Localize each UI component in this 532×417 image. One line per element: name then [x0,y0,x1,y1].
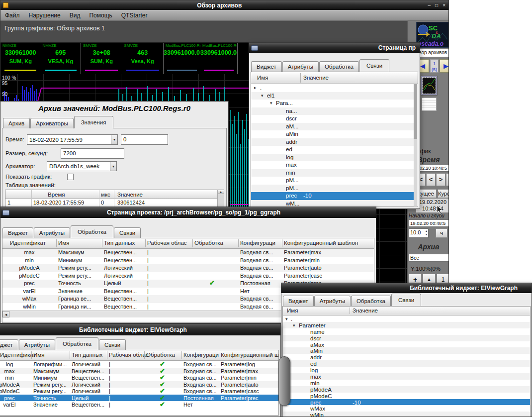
tree-row-aMin[interactable]: aMin [283,347,530,354]
tree-row-prec[interactable]: prec-10 [283,399,530,406]
scroll-up-icon[interactable]: ▲ [218,190,224,194]
group-select-combo[interactable]: зор архивов 1 [418,49,449,57]
tab-Атрибуты[interactable]: Атрибуты [282,61,319,72]
main-titlebar[interactable]: Обзор архивов –□× [0,0,448,10]
tab-Архив[interactable]: Архив [3,118,30,128]
legend-signal[interactable]: NMVZE695VESA, Kg [41,43,81,74]
tree-row-wMax[interactable]: wMax [283,405,530,412]
tree-row-ed[interactable]: ed [283,360,530,367]
lib-right-titlebar[interactable]: Библиотечный виджет: ElViewGraph [281,283,532,293]
tree-row-Parameter[interactable]: ▾Parameter [283,322,530,328]
tree-row-addr[interactable]: addr [283,354,530,360]
size-spinner[interactable]: 10.0 ▴▾ [409,228,429,238]
table-row-min[interactable]: minМинимумВеществен...|Входная св...Para… [0,374,278,381]
collapsed-arrow-icon[interactable]: ▸ [254,85,257,90]
table-row-max[interactable]: maxМаксимумВеществен...|Входная св...Par… [2,249,374,257]
cursor-button[interactable]: Курс [438,189,449,198]
next-page-button[interactable]: ▶ [440,59,449,73]
tab-Связи[interactable]: Связи [391,294,421,306]
tab-Виджет[interactable]: Виджет [251,61,282,72]
tab-Виджет[interactable]: Виджет [283,296,314,306]
scrollbar-thumb[interactable] [278,356,290,406]
table-row-pModeC[interactable]: pModeCРежим регу...Логический|Входная св… [0,388,278,395]
menu-item-Файл[interactable]: Файл [0,10,24,19]
range-field[interactable]: 19.02.20 00:48:5 [409,219,449,227]
tree-row-max[interactable]: max [283,373,530,380]
nav-forward-button[interactable]: > [436,173,445,186]
archive-combo[interactable]: Все [409,254,449,262]
time-combo[interactable]: 18-02-2020 17:55:59 ▾ [27,134,118,145]
tab-Виджет[interactable]: Виджет [2,227,33,238]
tab-Архиваторы[interactable]: Архиваторы [30,118,73,128]
menu-item-Нарушение[interactable]: Нарушение [24,10,65,19]
tree-row-pModeC[interactable]: pModeC [283,393,530,399]
table-row-min[interactable]: minМинимумВеществен...|Входная св...Para… [2,257,374,265]
tab-Обработка[interactable]: Обработка [56,337,98,350]
tree-row-na[interactable]: na... [251,107,414,115]
minimize-button[interactable]: – [428,2,431,8]
tree-row-addr[interactable]: addr [251,138,414,146]
tree-row-dscr[interactable]: dscr [251,115,414,123]
vertical-scrollbar[interactable]: ▲ [217,190,224,208]
legend-signal[interactable]: ModBus.PLC100.Regs.330961000.00 [164,43,200,74]
tree-row-wMin[interactable]: wMin [283,412,530,417]
archivator-combo[interactable]: DBArch.db1s_week ▾ [47,161,117,171]
scroll-left-icon[interactable]: ◂ [2,311,9,317]
table-row[interactable]: 1 18-02-2020 17:55:59 0 330612424 [5,199,217,207]
tab-Атрибуты[interactable]: Атрибуты [34,227,70,238]
legend-signal[interactable]: NMVZE330961000SUM, Kg [0,43,41,74]
tab-Обработка[interactable]: Обработка [71,225,113,238]
tree-row-pM[interactable]: pM... [251,185,414,193]
graph-thumbnail[interactable] [421,76,438,96]
legend-signal[interactable]: ModBus.PLC100.Regs. M330961000.00 [200,43,237,74]
page-pr-titlebar[interactable]: Страница пр [249,43,420,53]
table-row-max[interactable]: maxМаксимумВеществен...|Входная св...Par… [0,368,278,375]
time-field[interactable]: 02.20 10:48:5 [419,165,449,172]
expanded-arrow-icon[interactable]: ▾ [261,93,264,98]
tree-row-aMax[interactable]: aMax [283,341,530,348]
tab-Связи[interactable]: Связи [99,339,126,350]
tree-row-name[interactable]: name [283,328,530,335]
tree-row-max[interactable]: max [251,161,414,169]
expanded-arrow-icon[interactable]: ▾ [285,316,288,321]
values-table[interactable]: Время мкс Значение 1 18-02-2020 17:55:59… [5,190,224,208]
usec-field[interactable]: 0 [121,134,168,145]
menu-item-Помощь[interactable]: Помощь [85,10,116,19]
tab-Атрибуты[interactable]: Атрибуты [314,296,351,306]
tree-row-log[interactable]: log [283,367,530,373]
tree-row-[interactable]: ▾. [283,315,530,322]
chevron-down-icon[interactable]: ▾ [111,135,117,144]
hour-unit-button[interactable]: ч [436,228,447,238]
page-project-titlebar[interactable]: Страница проекта: /prj_archBrowser/pg_so… [0,207,376,218]
tree-row-log[interactable]: log [251,154,414,162]
tree-row-dscr[interactable]: dscr [283,335,530,341]
nav-end-button[interactable]: > [446,173,449,186]
table-row-pModeC[interactable]: pModeCРежим регу...Логический|Входная св… [2,272,374,280]
table-row-pModeA[interactable]: pModeAРежим регу...Логический|Входная св… [2,264,374,272]
lib-left-titlebar[interactable]: Библиотечный виджет: ElViewGraph [0,324,280,335]
nav-back-button[interactable]: < [426,173,436,186]
spinner-arrows-icon[interactable]: ▴▾ [426,229,427,236]
tree-row-min[interactable]: min [283,380,530,386]
tab-Виджет[interactable]: Виджет [0,339,18,350]
tree-row-el1[interactable]: ▾el1 [251,92,414,100]
tree-row-aM[interactable]: aM... [251,123,414,131]
tab-Значения[interactable]: Значения [74,116,113,128]
tree-row-min[interactable]: min [251,169,414,177]
show-graph-checkbox[interactable] [67,174,74,180]
tab-Обработка[interactable]: Обработка [351,296,391,306]
tree-row-wM[interactable]: wM... [251,200,414,207]
tree-row-aMin[interactable]: aMin [251,130,414,138]
doc-thumbnail[interactable] [422,98,437,111]
expanded-arrow-icon[interactable]: ▾ [270,101,272,105]
menu-item-Вид[interactable]: Вид [65,10,85,19]
legend-signal[interactable]: SMVZE3e+08SUM, Kg [81,43,122,74]
scrollbar-thumb[interactable] [414,84,417,139]
menu-item-QTStarter[interactable]: QTStarter [117,10,152,19]
tab-Связи[interactable]: Связи [359,59,389,72]
expanded-arrow-icon[interactable]: ▾ [293,323,295,328]
tab-Обработка[interactable]: Обработка [319,61,359,72]
table-row-log[interactable]: logЛогарифми...Логический|Входная св...P… [0,361,278,368]
table-row-varEl[interactable]: varElЗначениеВеществен...|Нет✔ [0,401,278,408]
legend-signal[interactable]: SMVZE463Vesa, Kg [122,43,164,74]
